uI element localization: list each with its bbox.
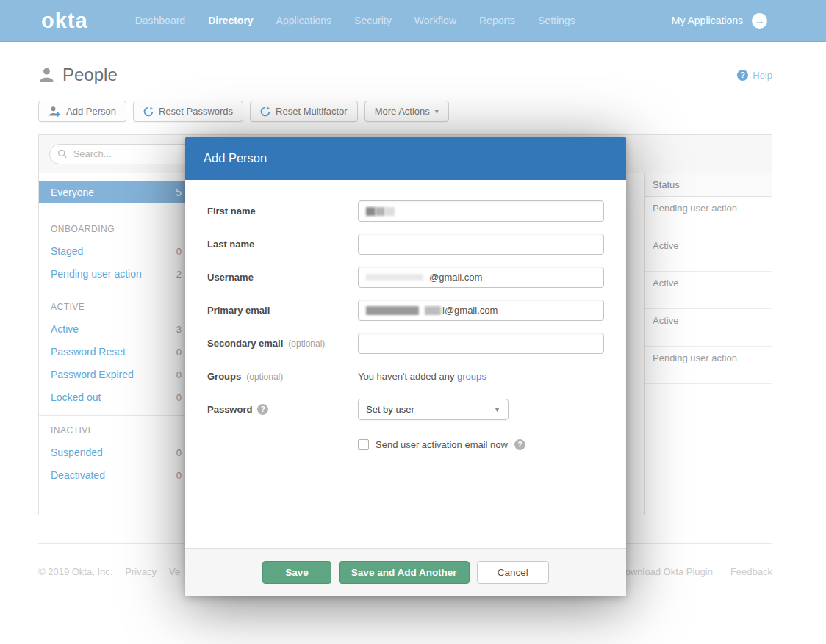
redacted-text	[366, 274, 423, 281]
filter-link[interactable]: Locked out	[51, 391, 101, 403]
password-select-value: Set by user	[366, 404, 414, 415]
filter-count: 0	[176, 246, 182, 257]
filter-link[interactable]: Pending user action	[51, 268, 142, 280]
primary-email-row: Primary email l@gmail.com	[207, 300, 604, 321]
username-field[interactable]: @gmail.com	[358, 267, 604, 288]
filter-count: 5	[176, 187, 182, 198]
help-link[interactable]: ? Help	[737, 70, 772, 81]
redacted-text	[366, 306, 419, 315]
page-header: People ? Help	[38, 65, 772, 85]
feedback-link[interactable]: Feedback	[730, 566, 772, 577]
filter-link[interactable]: Password Reset	[51, 346, 126, 358]
nav-item-directory[interactable]: Directory	[208, 15, 253, 26]
nav-item-dashboard[interactable]: Dashboard	[135, 15, 186, 26]
filter-link[interactable]: Suspended	[51, 446, 103, 458]
save-and-add-another-button[interactable]: Save and Add Another	[339, 561, 470, 584]
section-header: INACTIVE	[51, 425, 182, 435]
groups-link[interactable]: groups	[457, 371, 486, 382]
reset-passwords-button[interactable]: Reset Passwords	[133, 101, 243, 122]
nav-item-reports[interactable]: Reports	[479, 15, 515, 26]
activation-email-label: Send user activation email now	[376, 439, 508, 450]
primary-email-value: l@gmail.com	[442, 305, 498, 316]
nav-item-workflow[interactable]: Workflow	[414, 15, 456, 26]
password-help-icon[interactable]: ?	[257, 404, 268, 415]
filter-everyone[interactable]: Everyone 5	[39, 181, 193, 203]
filter-active: Active 3	[51, 323, 182, 335]
footer-right: ownload Okta Plugin Feedback	[625, 566, 772, 577]
optional-hint: (optional)	[288, 339, 325, 349]
refresh-icon	[260, 106, 270, 117]
refresh-icon	[143, 106, 154, 117]
optional-hint: (optional)	[246, 372, 283, 382]
filter-section-inactive: INACTIVE Suspended 0 Deactivated 0	[39, 415, 193, 493]
filter-section-active: ACTIVE Active 3 Password Reset 0 Passwor…	[39, 292, 193, 415]
filter-count: 3	[176, 324, 182, 335]
secondary-email-row: Secondary email (optional)	[207, 333, 604, 354]
reset-passwords-label: Reset Passwords	[159, 106, 233, 117]
version-link-partial[interactable]: Ve	[169, 566, 180, 577]
filter-deactivated: Deactivated 0	[51, 469, 182, 481]
activation-email-row: Send user activation email now ?	[358, 439, 604, 450]
username-label: Username	[207, 272, 358, 283]
groups-text: You haven't added any	[358, 371, 454, 382]
add-person-button[interactable]: Add Person	[38, 101, 126, 122]
caret-down-icon: ▾	[435, 107, 439, 115]
modal-title: Add Person	[204, 151, 267, 165]
modal-header: Add Person	[185, 137, 626, 180]
help-label: Help	[753, 70, 772, 81]
activation-help-icon[interactable]: ?	[514, 439, 525, 450]
filter-count: 0	[176, 392, 182, 403]
reset-multifactor-button[interactable]: Reset Multifactor	[250, 101, 358, 122]
modal-body: First name Last name Username @gmail.com	[185, 180, 626, 548]
save-button[interactable]: Save	[262, 561, 331, 584]
username-row: Username @gmail.com	[207, 267, 604, 288]
last-name-row: Last name	[207, 234, 604, 255]
nav-item-security[interactable]: Security	[354, 15, 392, 26]
groups-empty-text: You haven't added any groups	[358, 371, 486, 382]
nav-item-applications[interactable]: Applications	[276, 15, 332, 26]
filter-staged: Staged 0	[51, 245, 182, 257]
filter-link[interactable]: Active	[51, 323, 79, 335]
username-value: @gmail.com	[429, 272, 482, 283]
more-actions-button[interactable]: More Actions ▾	[364, 101, 449, 122]
first-name-field[interactable]	[358, 200, 604, 222]
privacy-link[interactable]: Privacy	[125, 566, 157, 577]
last-name-field[interactable]	[358, 234, 604, 255]
table-row-status: Pending user action	[645, 197, 772, 234]
secondary-email-field[interactable]	[358, 333, 604, 354]
activation-email-checkbox[interactable]	[358, 439, 369, 450]
section-header: ACTIVE	[51, 302, 182, 312]
filter-link[interactable]: Password Expired	[51, 369, 134, 380]
okta-logo[interactable]: okta	[41, 10, 88, 32]
download-okta-plugin-link-partial[interactable]: ownload Okta Plugin	[625, 566, 713, 577]
select-caret-icon: ▼	[494, 406, 500, 413]
groups-row: Groups (optional) You haven't added any …	[207, 366, 604, 387]
password-label: Password ?	[207, 404, 358, 415]
filter-link[interactable]: Deactivated	[51, 469, 105, 481]
filter-password-expired: Password Expired 0	[51, 369, 182, 380]
password-row: Password ? Set by user ▼	[207, 399, 604, 420]
arrow-right-circle-icon[interactable]: →	[752, 13, 767, 29]
nav-item-settings[interactable]: Settings	[538, 15, 575, 26]
add-person-label: Add Person	[66, 106, 116, 117]
cancel-button[interactable]: Cancel	[477, 561, 549, 584]
filter-link[interactable]: Staged	[51, 245, 83, 257]
first-name-label: First name	[207, 206, 358, 217]
status-column: Status Pending user action Active Active…	[644, 173, 772, 515]
main-nav: Dashboard Directory Applications Securit…	[135, 15, 575, 26]
primary-email-field[interactable]: l@gmail.com	[358, 300, 604, 321]
last-name-label: Last name	[207, 239, 358, 250]
reset-multifactor-label: Reset Multifactor	[276, 106, 348, 117]
footer-left: © 2019 Okta, Inc. Privacy Ve	[38, 566, 180, 577]
filter-pending-user-action: Pending user action 2	[51, 268, 182, 280]
password-select[interactable]: Set by user ▼	[358, 399, 509, 420]
my-applications-link[interactable]: My Applications	[672, 15, 743, 26]
section-header: ONBOARDING	[51, 224, 182, 234]
people-toolbar: Add Person Reset Passwords Reset Multifa…	[38, 101, 826, 122]
search-icon	[57, 148, 68, 159]
filter-password-reset: Password Reset 0	[51, 346, 182, 358]
top-nav: okta Dashboard Directory Applications Se…	[0, 0, 826, 42]
nav-right: My Applications →	[672, 13, 767, 29]
table-row-status: Active	[645, 272, 772, 309]
help-question-icon[interactable]: ?	[737, 70, 748, 81]
